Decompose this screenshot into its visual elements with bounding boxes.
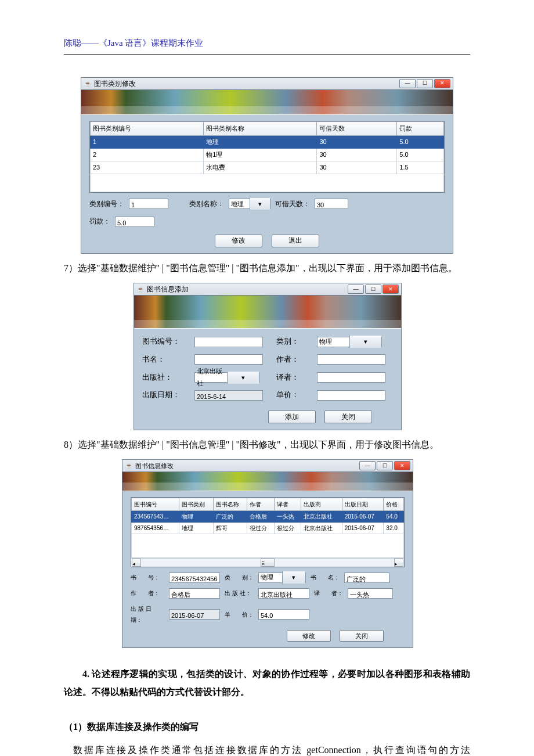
label-publisher: 出 版 社： bbox=[225, 588, 254, 599]
label-publisher: 出版社： bbox=[142, 370, 189, 385]
input-pubdate[interactable]: 2015-6-14 bbox=[194, 390, 263, 401]
cell: 很过分 bbox=[274, 523, 301, 534]
table-row[interactable]: 2 物1理 30 5.0 bbox=[91, 148, 444, 161]
label-category-name: 类别名称： bbox=[189, 197, 224, 211]
table-row bbox=[132, 534, 404, 558]
input-translator[interactable]: 一头热 bbox=[348, 588, 393, 599]
col-header[interactable]: 出版商 bbox=[301, 498, 342, 511]
exit-button[interactable]: 退出 bbox=[272, 235, 319, 247]
combo-publisher[interactable]: 北京出版社 ▾ bbox=[194, 372, 259, 383]
input-bookname[interactable]: 广泛的 bbox=[344, 573, 389, 583]
combo-category[interactable]: 物理 ▾ bbox=[317, 337, 382, 347]
minimize-icon[interactable]: — bbox=[348, 285, 364, 294]
table-row[interactable]: 234567543… 物理 广泛的 合格后 一头热 北京出版社 2015-06-… bbox=[132, 511, 404, 523]
input-fine[interactable]: 5.0 bbox=[115, 217, 154, 227]
cell: 合格后 bbox=[247, 511, 275, 523]
book-table[interactable]: 图书编号 图书类别 图书名称 作者 译者 出版商 出版日期 价格 2345675… bbox=[131, 498, 404, 558]
chevron-down-icon[interactable]: ▾ bbox=[250, 198, 270, 210]
table-row[interactable]: 1 地理 30 5.0 bbox=[91, 135, 444, 148]
scroll-thumb[interactable]: ⠿ bbox=[261, 559, 275, 567]
combo-category[interactable]: 物理 ▾ bbox=[258, 573, 306, 583]
cell: 23 bbox=[91, 161, 204, 174]
cell: 2 bbox=[91, 148, 204, 161]
minimize-icon[interactable]: — bbox=[359, 461, 376, 470]
label-borrow-days: 可借天数： bbox=[275, 197, 310, 211]
cell: 30 bbox=[317, 135, 397, 148]
input-isbn[interactable] bbox=[194, 337, 263, 347]
col-header[interactable]: 价格 bbox=[384, 498, 404, 511]
combo-category-name[interactable]: 地理 ▾ bbox=[229, 199, 270, 209]
window-title: 图书信息添加 bbox=[147, 283, 189, 296]
maximize-icon[interactable]: ☐ bbox=[417, 79, 433, 88]
cell: 5.0 bbox=[397, 135, 444, 148]
cell: 5.0 bbox=[397, 148, 444, 161]
table-row[interactable]: 23 水电费 30 1.5 bbox=[91, 161, 444, 174]
input-price[interactable] bbox=[317, 390, 385, 401]
body-text: 数据库连接及操作类通常包括连接数据库的方法 getConnection，执行查询… bbox=[64, 741, 470, 756]
chevron-down-icon[interactable]: ▾ bbox=[227, 372, 259, 384]
maximize-icon[interactable]: ☐ bbox=[377, 461, 393, 470]
close-icon[interactable]: ✕ bbox=[383, 285, 399, 294]
label-bookname: 书 名： bbox=[311, 572, 340, 583]
titlebar[interactable]: ☕ 图书类别修改 — ☐ ✕ bbox=[81, 78, 453, 90]
window-book-info-modify: ☕ 图书信息修改 — ☐ ✕ 图书编号 图书类别 图书名称 作者 译者 出版商 bbox=[122, 459, 413, 648]
cell: 54.0 bbox=[384, 511, 404, 523]
close-button[interactable]: 关闭 bbox=[324, 411, 372, 423]
scroll-right-icon[interactable]: ▸ bbox=[394, 559, 403, 567]
input-bookname[interactable] bbox=[194, 354, 263, 365]
scroll-left-icon[interactable]: ◂ bbox=[132, 559, 141, 567]
titlebar[interactable]: ☕ 图书信息修改 — ☐ ✕ bbox=[122, 460, 413, 472]
banner-image bbox=[81, 90, 453, 115]
chevron-down-icon[interactable]: ▾ bbox=[349, 336, 382, 348]
input-author[interactable] bbox=[317, 354, 385, 365]
col-header[interactable]: 图书类别编号 bbox=[91, 122, 204, 136]
col-header[interactable]: 图书类别名称 bbox=[204, 122, 317, 136]
maximize-icon[interactable]: ☐ bbox=[365, 285, 381, 294]
banner-image bbox=[134, 296, 401, 329]
label-category: 类别： bbox=[276, 334, 311, 349]
input-isbn[interactable]: 2345675432456 bbox=[169, 573, 220, 583]
col-header[interactable]: 罚款 bbox=[397, 122, 444, 136]
cell: 水电费 bbox=[204, 161, 317, 174]
cell: 北京出版社 bbox=[301, 511, 342, 523]
col-header[interactable]: 译者 bbox=[274, 498, 301, 511]
close-icon[interactable]: ✕ bbox=[394, 461, 410, 470]
cell: 2015-06-07 bbox=[342, 511, 384, 523]
label-price: 单价： bbox=[276, 388, 311, 402]
cell: 广泛的 bbox=[213, 511, 247, 523]
col-header[interactable]: 可借天数 bbox=[317, 122, 397, 136]
cell: 1.5 bbox=[397, 161, 444, 174]
input-pubdate[interactable]: 2015-06-07 bbox=[169, 609, 220, 620]
category-table[interactable]: 图书类别编号 图书类别名称 可借天数 罚款 1 地理 30 5.0 2 物1理 bbox=[90, 121, 444, 192]
col-header[interactable]: 作者 bbox=[247, 498, 275, 511]
cell: 物理 bbox=[179, 511, 213, 523]
horizontal-scrollbar[interactable]: ◂ ⠿ ▸ bbox=[131, 558, 404, 567]
cell: 1 bbox=[91, 135, 204, 148]
combo-value: 物理 bbox=[259, 571, 282, 584]
modify-button[interactable]: 修改 bbox=[287, 630, 331, 642]
input-publisher[interactable]: 北京出版社 bbox=[258, 588, 309, 599]
input-category-id[interactable]: 1 bbox=[129, 199, 168, 209]
titlebar[interactable]: ☕ 图书信息添加 — ☐ ✕ bbox=[134, 283, 401, 296]
modify-button[interactable]: 修改 bbox=[215, 235, 262, 247]
col-header[interactable]: 图书编号 bbox=[132, 498, 179, 511]
cell: 32.0 bbox=[384, 523, 404, 534]
col-header[interactable]: 图书名称 bbox=[213, 498, 247, 511]
input-price[interactable]: 54.0 bbox=[258, 609, 309, 620]
input-author[interactable]: 合格后 bbox=[169, 588, 220, 599]
cell: 地理 bbox=[179, 523, 213, 534]
chevron-down-icon[interactable]: ▾ bbox=[282, 571, 306, 584]
input-translator[interactable] bbox=[317, 372, 385, 383]
table-row[interactable]: 987654356… 地理 辉哥 很过分 很过分 北京出版社 2015-06-0… bbox=[132, 523, 404, 534]
close-icon[interactable]: ✕ bbox=[434, 79, 450, 88]
combo-value: 地理 bbox=[229, 198, 250, 210]
page-header: 陈聪——《Java 语言》课程期末作业 bbox=[64, 38, 203, 48]
col-header[interactable]: 图书类别 bbox=[179, 498, 213, 511]
col-header[interactable]: 出版日期 bbox=[342, 498, 384, 511]
close-button[interactable]: 关闭 bbox=[340, 630, 384, 642]
cell: 30 bbox=[317, 148, 397, 161]
cell: 很过分 bbox=[247, 523, 275, 534]
minimize-icon[interactable]: — bbox=[399, 79, 416, 88]
add-button[interactable]: 添加 bbox=[268, 411, 316, 423]
input-borrow-days[interactable]: 30 bbox=[315, 199, 348, 209]
